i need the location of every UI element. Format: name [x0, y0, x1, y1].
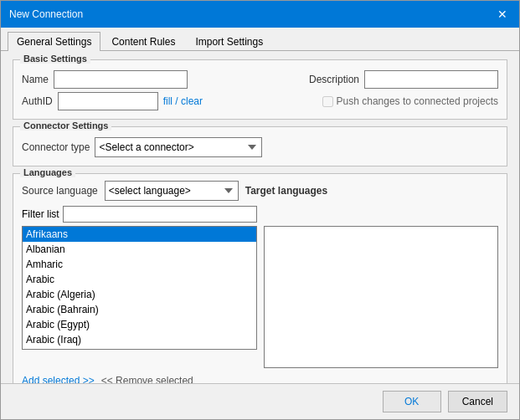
basic-settings-title: Basic Settings	[20, 54, 90, 64]
filter-row: Filter list	[22, 206, 257, 223]
authid-input[interactable]	[58, 92, 158, 110]
dialog-title: New Connection	[9, 8, 83, 20]
source-language-listbox[interactable]: AfrikaansAlbanianAmharicArabicArabic (Al…	[22, 226, 257, 350]
authid-row: AuthID fill / clear Push changes to conn…	[22, 92, 498, 110]
list-item[interactable]: Arabic (Egypt)	[23, 317, 256, 332]
language-lists: Filter list AfrikaansAlbanianAmharicArab…	[22, 206, 498, 368]
description-input[interactable]	[364, 70, 498, 89]
source-language-label: Source language	[22, 185, 98, 197]
source-language-select[interactable]: <select language>	[105, 181, 239, 201]
connector-type-row: Connector type <Select a connector>	[22, 137, 498, 157]
cancel-button[interactable]: Cancel	[448, 391, 507, 412]
connector-settings-section: Connector Settings Connector type <Selec…	[13, 126, 507, 166]
tab-general-settings[interactable]: General Settings	[8, 32, 100, 51]
tab-import-settings[interactable]: Import Settings	[186, 32, 272, 51]
connector-settings-title: Connector Settings	[20, 120, 111, 131]
push-changes-label: Push changes to connected projects	[337, 95, 498, 107]
name-input[interactable]	[54, 70, 188, 89]
languages-title: Languages	[20, 167, 75, 177]
languages-section: Languages Source language <select langua…	[13, 173, 507, 383]
connector-type-select[interactable]: <Select a connector>	[95, 137, 262, 157]
basic-settings-section: Basic Settings Name Description AuthID f…	[13, 59, 507, 120]
dialog-footer: OK Cancel	[1, 383, 519, 419]
list-item[interactable]: Arabic	[23, 272, 256, 287]
add-selected-link[interactable]: Add selected >>	[22, 375, 95, 383]
push-changes-checkbox[interactable]	[322, 96, 333, 107]
list-item[interactable]: Albanian	[23, 242, 256, 257]
tabs-bar: General Settings Content Rules Import Se…	[1, 28, 519, 51]
remove-selected-text: << Remove selected	[101, 375, 193, 383]
authid-label: AuthID	[22, 95, 53, 107]
push-changes-row: Push changes to connected projects	[322, 95, 498, 107]
list-item[interactable]: Arabic (Iraq)	[23, 332, 256, 347]
list-item[interactable]: Arabic (Bahrain)	[23, 302, 256, 317]
title-bar: New Connection ✕	[1, 1, 519, 28]
list-item[interactable]: Arabic (Algeria)	[23, 287, 256, 302]
add-remove-row: Add selected >> << Remove selected	[22, 371, 498, 383]
list-item[interactable]: Arabic (Jordan)	[23, 347, 256, 350]
name-row: Name Description	[22, 70, 498, 89]
dialog: New Connection ✕ General Settings Conten…	[0, 0, 520, 420]
fill-clear-link[interactable]: fill / clear	[163, 95, 203, 107]
source-listbox-wrapper: AfrikaansAlbanianAmharicArabicArabic (Al…	[22, 226, 257, 350]
dialog-content: Basic Settings Name Description AuthID f…	[1, 51, 519, 383]
source-list-col: Filter list AfrikaansAlbanianAmharicArab…	[22, 206, 257, 350]
ok-button[interactable]: OK	[383, 391, 441, 412]
tab-content-rules[interactable]: Content Rules	[102, 32, 184, 51]
name-label: Name	[22, 74, 49, 85]
target-languages-label: Target languages	[245, 185, 327, 197]
close-button[interactable]: ✕	[494, 6, 511, 23]
connector-type-label: Connector type	[22, 141, 90, 153]
target-list-col	[264, 206, 499, 368]
description-label: Description	[309, 74, 359, 85]
target-language-listbox[interactable]	[264, 226, 499, 368]
list-item[interactable]: Afrikaans	[23, 227, 256, 242]
filter-list-label: Filter list	[22, 208, 59, 220]
list-item[interactable]: Amharic	[23, 257, 256, 272]
filter-input[interactable]	[63, 206, 257, 223]
source-language-row: Source language <select language> Target…	[22, 181, 498, 201]
